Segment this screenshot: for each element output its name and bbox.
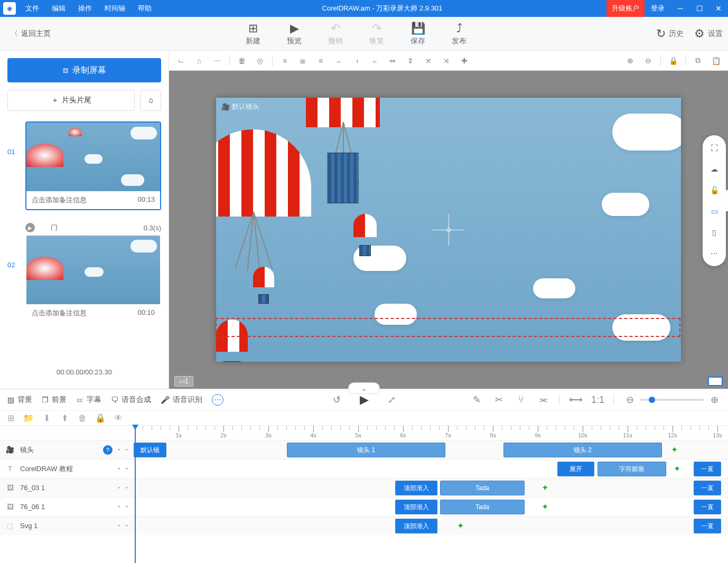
lock-track-icon[interactable]: 🔒 bbox=[95, 413, 106, 423]
strip-chip[interactable]: ▭1 bbox=[174, 376, 193, 387]
ruler-icon[interactable]: ⌙ bbox=[173, 53, 189, 69]
upgrade-button[interactable]: 升级账户 bbox=[606, 0, 645, 17]
clip[interactable]: 镜头 1 bbox=[287, 443, 445, 457]
tab-background[interactable]: ▨背景 bbox=[7, 395, 32, 405]
zoom-handle[interactable] bbox=[649, 397, 655, 403]
target-icon[interactable]: ◎ bbox=[252, 53, 268, 69]
track-label[interactable]: TCorelDRAW 教程•• bbox=[0, 459, 134, 478]
add-track-icon[interactable]: ⊞ bbox=[5, 413, 16, 423]
zoom-out-button[interactable]: ⊖ bbox=[623, 394, 636, 406]
track-menu-icon[interactable]: • bbox=[118, 446, 120, 454]
clip[interactable]: 展开 bbox=[557, 462, 594, 476]
rewind-icon[interactable]: ↺ bbox=[330, 394, 343, 406]
track-menu-icon[interactable]: • bbox=[125, 465, 128, 473]
distribute-v-icon[interactable]: ⇕ bbox=[403, 53, 418, 69]
titles-button[interactable]: ＋片头片尾 bbox=[7, 90, 135, 111]
track-menu-icon[interactable]: • bbox=[125, 446, 128, 454]
clip[interactable]: 顶部渐入 bbox=[395, 500, 437, 514]
flip-v-icon[interactable]: ⤨ bbox=[438, 53, 454, 69]
play-button[interactable]: ▶ bbox=[358, 393, 370, 407]
clip[interactable]: Tada bbox=[440, 500, 525, 514]
zoom-slider[interactable] bbox=[640, 399, 704, 401]
track-label[interactable]: ⬚Svg 1•• bbox=[0, 517, 134, 535]
track-label[interactable]: 🎥镜头?•• bbox=[0, 440, 134, 459]
back-button[interactable]: 〈 返回主页 bbox=[5, 26, 56, 42]
center-icon[interactable]: ✚ bbox=[456, 53, 472, 69]
music-button[interactable]: ♫ bbox=[140, 90, 161, 111]
dock-screen-icon[interactable]: ▭ bbox=[707, 204, 722, 219]
add-keyframe-icon[interactable]: ✦ bbox=[540, 484, 549, 492]
trash-icon[interactable]: 🗑 bbox=[234, 53, 250, 69]
align-left-icon[interactable]: ≡ bbox=[277, 53, 293, 69]
dock-cloud-icon[interactable]: ☁ bbox=[707, 162, 722, 176]
folder-icon[interactable]: 📁 bbox=[23, 413, 34, 423]
track-menu-icon[interactable]: • bbox=[118, 522, 120, 530]
save-button[interactable]: 💾保存 bbox=[405, 22, 431, 46]
paste-icon[interactable]: 📋 bbox=[708, 53, 724, 69]
track-menu-icon[interactable]: • bbox=[125, 522, 128, 530]
clip[interactable]: 一直 bbox=[694, 500, 721, 514]
visibility-icon[interactable]: 👁 bbox=[113, 414, 124, 423]
history-button[interactable]: ↻历史 bbox=[656, 27, 684, 41]
scene-card[interactable]: 点击添加备注信息00:10 bbox=[25, 234, 161, 323]
upload-icon[interactable]: ⬆ bbox=[59, 413, 70, 423]
tab-foreground[interactable]: ❐前景 bbox=[42, 395, 67, 405]
clip[interactable]: Tada bbox=[440, 481, 525, 495]
redo-button[interactable]: ↷恢复 bbox=[364, 22, 389, 46]
artboard[interactable]: 🎥默认镜头 bbox=[216, 98, 681, 362]
tab-asr[interactable]: 🎤语音识别 bbox=[161, 395, 202, 405]
align-center-icon[interactable]: ≣ bbox=[295, 53, 311, 69]
scene-item[interactable]: 01 点击添加备注信息00:13 bbox=[7, 121, 161, 210]
track-label[interactable]: 🖼76_06 1•• bbox=[0, 498, 134, 516]
add-keyframe-icon[interactable]: ✦ bbox=[456, 522, 464, 530]
publish-button[interactable]: ⤴发布 bbox=[446, 22, 472, 46]
new-button[interactable]: ⊞新建 bbox=[240, 22, 266, 46]
maximize-button[interactable]: ☐ bbox=[690, 0, 709, 17]
fit-width-icon[interactable]: ⟷ bbox=[569, 394, 582, 406]
actual-size-icon[interactable]: 1:1 bbox=[591, 395, 604, 406]
scene-item[interactable]: 02 点击添加备注信息00:10 bbox=[7, 234, 161, 323]
dock-phone-icon[interactable]: ▯ bbox=[707, 225, 722, 240]
timeline-ruler[interactable]: 1s2s3s4s5s6s7s8s9s10s11s12s13s bbox=[134, 426, 728, 440]
collapse-timeline-button[interactable]: ⌄ bbox=[348, 382, 380, 394]
clip[interactable]: 字符膨胀 bbox=[598, 462, 666, 476]
track-menu-icon[interactable]: • bbox=[118, 484, 120, 492]
track-lane[interactable]: 顶部渐入Tada一直✦ bbox=[134, 478, 728, 497]
cut-icon[interactable]: ✂ bbox=[492, 394, 505, 406]
clip[interactable]: 默认镜 bbox=[134, 443, 166, 457]
clip[interactable]: 顶部渐入 bbox=[395, 519, 437, 533]
more-icon[interactable]: ⋯ bbox=[209, 53, 225, 69]
dock-collapse-icon[interactable]: ‹ bbox=[726, 190, 728, 211]
settings-button[interactable]: ⚙设置 bbox=[694, 27, 723, 41]
clip[interactable]: 一直 bbox=[694, 481, 721, 495]
record-screen-button[interactable]: ⧈ 录制屏幕 bbox=[7, 58, 161, 82]
canvas-stage[interactable]: 🎥默认镜头 bbox=[169, 71, 728, 389]
login-button[interactable]: 登录 bbox=[645, 0, 671, 17]
menu-file[interactable]: 文件 bbox=[19, 0, 45, 17]
track-menu-icon[interactable]: • bbox=[125, 484, 128, 492]
dock-fullscreen-icon[interactable]: ⛶ bbox=[707, 140, 722, 155]
align-bottom-icon[interactable]: ⫠ bbox=[367, 53, 382, 69]
tab-subtitle[interactable]: ㏄字幕 bbox=[76, 395, 101, 405]
track-lane[interactable]: 顶部渐入一直✦ bbox=[134, 517, 728, 535]
clip[interactable]: 一直 bbox=[694, 519, 721, 533]
menu-edit[interactable]: 编辑 bbox=[45, 0, 72, 17]
download-icon[interactable]: ⬇ bbox=[41, 413, 52, 423]
expand-icon[interactable]: ⤢ bbox=[385, 394, 398, 406]
flip-h-icon[interactable]: ⤧ bbox=[421, 53, 436, 69]
align-right-icon[interactable]: ≡ bbox=[313, 53, 329, 69]
info-icon[interactable]: ? bbox=[103, 445, 113, 455]
transition-row[interactable]: ▶ 门 0.3(s) bbox=[7, 221, 161, 234]
scene-card[interactable]: 点击添加备注信息00:13 bbox=[25, 121, 161, 210]
dock-unlock-icon[interactable]: 🔓 bbox=[707, 183, 722, 198]
delete-icon[interactable]: 🗑 bbox=[77, 414, 88, 423]
scene-note[interactable]: 点击添加备注信息 bbox=[32, 308, 87, 318]
edit-icon[interactable]: ✎ bbox=[470, 394, 483, 406]
clip[interactable]: 一直 bbox=[694, 462, 721, 476]
lock-icon[interactable]: 🔒 bbox=[665, 53, 681, 69]
tab-tts[interactable]: 🗨语音合成 bbox=[111, 395, 151, 405]
filter-icon[interactable]: ⑂ bbox=[515, 395, 527, 406]
zoom-out-icon[interactable]: ⊖ bbox=[640, 53, 656, 69]
menu-action[interactable]: 操作 bbox=[72, 0, 98, 17]
zoom-in-button[interactable]: ⊕ bbox=[708, 394, 721, 406]
